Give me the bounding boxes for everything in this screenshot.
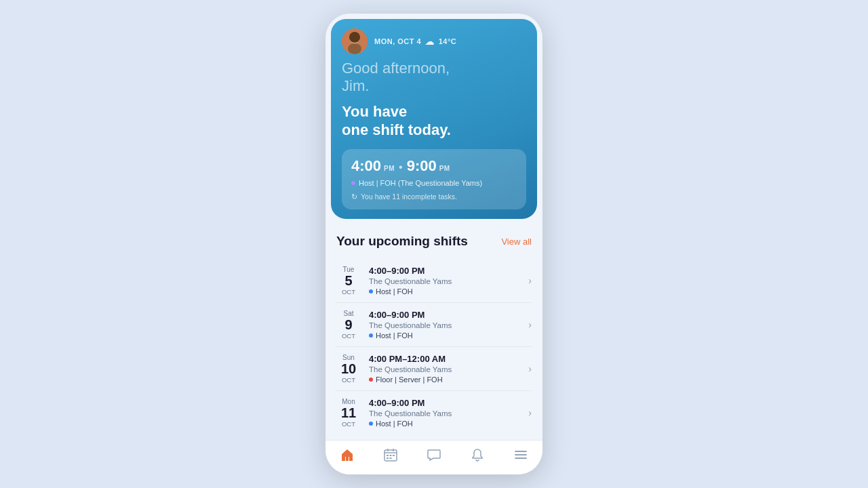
messages-icon	[427, 447, 441, 466]
date-weather: MON, OCT 4 ☁ 14°C	[374, 37, 456, 47]
tasks-row: ↻ You have 11 incomplete tasks.	[351, 192, 517, 201]
shift-day-num: 11	[336, 405, 361, 420]
role-label: Host | FOH	[376, 331, 413, 340]
upcoming-section: Your upcoming shifts View all Tue 5 OCT …	[326, 224, 542, 440]
role-dot	[351, 181, 355, 185]
shift-role-row: Host | FOH (The Questionable Yams)	[351, 179, 517, 187]
shift-day-num: 9	[336, 317, 361, 332]
role-dot	[369, 422, 373, 426]
bottom-nav	[326, 440, 542, 474]
svg-point-2	[348, 43, 361, 54]
shift-start-time: 4:00	[351, 157, 381, 175]
shift-list-item[interactable]: Mon 11 OCT 4:00–9:00 PM The Questionable…	[336, 391, 532, 434]
shift-day-name: Sat	[336, 310, 361, 317]
shift-time-label: 4:00–9:00 PM	[369, 310, 520, 320]
shift-date-col: Tue 5 OCT	[336, 266, 361, 296]
chevron-icon: ›	[528, 266, 532, 296]
nav-alerts[interactable]	[465, 447, 490, 466]
shift-end-time: 9:00	[407, 157, 437, 175]
avatar[interactable]	[342, 28, 368, 54]
shift-month: OCT	[336, 376, 361, 384]
temperature-label: 14°C	[439, 37, 457, 45]
view-all-button[interactable]: View all	[501, 237, 532, 247]
shift-venue: The Questionable Yams	[369, 277, 520, 285]
chevron-icon: ›	[528, 310, 532, 340]
greeting-text: Good afternoon,Jim.	[342, 60, 526, 96]
shift-month: OCT	[336, 420, 361, 428]
shift-role-tag: Host | FOH	[369, 287, 520, 296]
shift-list-item[interactable]: Tue 5 OCT 4:00–9:00 PM The Questionable …	[336, 259, 532, 303]
shift-day-name: Tue	[336, 266, 361, 273]
shift-day-name: Mon	[336, 398, 361, 405]
upcoming-header: Your upcoming shifts View all	[336, 234, 532, 249]
nav-menu[interactable]	[508, 447, 534, 466]
phone-container: MON, OCT 4 ☁ 14°C Good afternoon,Jim. Yo…	[326, 14, 542, 474]
shift-list-item[interactable]: Sun 10 OCT 4:00 PM–12:00 AM The Question…	[336, 347, 532, 391]
role-label: Floor | Server | FOH	[376, 375, 443, 384]
shift-role-tag: Host | FOH	[369, 420, 520, 428]
shift-info-col: 4:00–9:00 PM The Questionable Yams Host …	[369, 398, 520, 428]
svg-rect-12	[390, 458, 392, 459]
shift-day-name: Sun	[336, 354, 361, 361]
nav-home[interactable]	[334, 448, 360, 466]
shift-info-col: 4:00–9:00 PM The Questionable Yams Host …	[369, 310, 520, 340]
shift-list: Tue 5 OCT 4:00–9:00 PM The Questionable …	[336, 259, 532, 434]
schedule-icon	[383, 447, 398, 466]
shift-day-num: 10	[336, 361, 361, 376]
svg-rect-11	[387, 458, 389, 459]
nav-schedule[interactable]	[378, 447, 403, 466]
svg-point-3	[349, 32, 360, 43]
shift-month: OCT	[336, 288, 361, 296]
shift-info-col: 4:00 PM–12:00 AM The Questionable Yams F…	[369, 354, 520, 384]
nav-messages[interactable]	[421, 447, 447, 466]
shift-role-tag: Host | FOH	[369, 331, 520, 340]
shift-venue: The Questionable Yams	[369, 365, 520, 373]
shift-month: OCT	[336, 332, 361, 340]
shift-date-col: Mon 11 OCT	[336, 398, 361, 428]
today-shift-card[interactable]: 4:00 PM • 9:00 PM Host | FOH (The Questi…	[342, 149, 526, 209]
svg-rect-10	[393, 455, 395, 456]
shift-time-label: 4:00–9:00 PM	[369, 398, 520, 408]
shift-venue: The Questionable Yams	[369, 409, 520, 418]
shift-separator: •	[399, 161, 403, 174]
svg-rect-9	[390, 455, 392, 456]
role-label: Host | FOH	[376, 420, 413, 428]
role-label: Host | FOH	[376, 287, 413, 296]
shift-date-col: Sat 9 OCT	[336, 310, 361, 340]
role-dot	[369, 378, 373, 382]
shift-role-tag: Floor | Server | FOH	[369, 375, 520, 384]
shift-end-period: PM	[439, 165, 450, 172]
shift-venue: The Questionable Yams	[369, 321, 520, 329]
shift-today-text: You haveone shift today.	[342, 102, 526, 140]
chevron-icon: ›	[528, 398, 532, 428]
shift-info-col: 4:00–9:00 PM The Questionable Yams Host …	[369, 266, 520, 296]
alerts-icon	[470, 447, 485, 466]
shift-role-label: Host | FOH (The Questionable Yams)	[359, 179, 482, 187]
cloud-icon: ☁	[425, 37, 435, 47]
chevron-icon: ›	[528, 354, 532, 384]
role-dot	[369, 333, 373, 338]
tasks-icon: ↻	[351, 192, 357, 201]
role-dot	[369, 289, 373, 293]
shift-time-row: 4:00 PM • 9:00 PM	[351, 157, 517, 175]
shift-day-num: 5	[336, 273, 361, 288]
svg-rect-8	[387, 455, 389, 456]
upcoming-title: Your upcoming shifts	[336, 234, 468, 249]
date-label: MON, OCT 4	[374, 37, 421, 45]
shift-start-period: PM	[384, 165, 395, 172]
shift-time-label: 4:00–9:00 PM	[369, 266, 520, 276]
home-icon	[340, 448, 355, 466]
shift-list-item[interactable]: Sat 9 OCT 4:00–9:00 PM The Questionable …	[336, 303, 532, 347]
hero-section: MON, OCT 4 ☁ 14°C Good afternoon,Jim. Yo…	[331, 19, 537, 219]
tasks-label: You have 11 incomplete tasks.	[361, 192, 457, 201]
shift-date-col: Sun 10 OCT	[336, 354, 361, 384]
shift-time-label: 4:00 PM–12:00 AM	[369, 354, 520, 364]
menu-icon	[513, 447, 528, 466]
hero-top: MON, OCT 4 ☁ 14°C	[342, 28, 526, 54]
